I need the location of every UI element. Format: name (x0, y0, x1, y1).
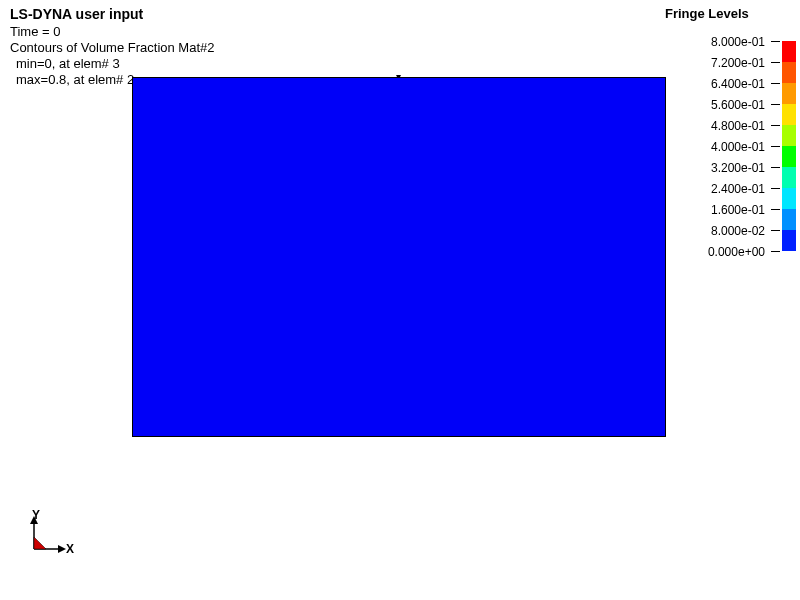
legend-row: 8.000e-02 (665, 220, 780, 241)
legend-row: 5.600e-01 (665, 94, 780, 115)
legend-tick-icon (771, 41, 780, 42)
legend-tick-icon (771, 167, 780, 168)
time-value: 0 (50, 24, 61, 39)
legend-swatch-column (782, 41, 796, 251)
legend-tick-icon (771, 209, 780, 210)
legend-tick-icon (771, 146, 780, 147)
contour-label: Contours of Volume Fraction Mat#2 (10, 40, 215, 56)
legend-swatch (782, 209, 796, 230)
legend-row: 7.200e-01 (665, 52, 780, 73)
legend-row: 1.600e-01 (665, 199, 780, 220)
legend-label: 8.000e-02 (711, 224, 771, 238)
time-line: Time = 0 (10, 24, 215, 40)
legend-row: 6.400e-01 (665, 73, 780, 94)
legend-row: 4.800e-01 (665, 115, 780, 136)
legend-row: 8.000e-01 (665, 31, 780, 52)
legend-tick-icon (771, 230, 780, 231)
legend-label: 4.800e-01 (711, 119, 771, 133)
legend-swatch (782, 167, 796, 188)
legend-tick-icon (771, 251, 780, 252)
axis-x-label: X (66, 542, 74, 556)
axis-y-label: Y (32, 508, 40, 522)
legend-label: 4.000e-01 (711, 140, 771, 154)
legend-title: Fringe Levels (665, 6, 780, 21)
legend-swatch (782, 62, 796, 83)
legend-label: 5.600e-01 (711, 98, 771, 112)
svg-marker-3 (58, 545, 66, 553)
legend-tick-icon (771, 188, 780, 189)
legend-tick-icon (771, 125, 780, 126)
plot-title: LS-DYNA user input (10, 6, 215, 24)
legend-swatch (782, 83, 796, 104)
legend-swatch (782, 125, 796, 146)
legend-tick-icon (771, 62, 780, 63)
legend-row: 0.000e+00 (665, 241, 780, 262)
contour-plot[interactable] (132, 77, 666, 437)
axis-triad[interactable]: Y X (24, 514, 84, 564)
legend-label: 3.200e-01 (711, 161, 771, 175)
legend-label: 7.200e-01 (711, 56, 771, 70)
legend-label: 1.600e-01 (711, 203, 771, 217)
legend-row: 2.400e-01 (665, 178, 780, 199)
legend-swatch (782, 146, 796, 167)
legend-tick-icon (771, 104, 780, 105)
legend-rows: 8.000e-017.200e-016.400e-015.600e-014.80… (665, 31, 780, 262)
legend-label: 6.400e-01 (711, 77, 771, 91)
legend-swatch (782, 41, 796, 62)
svg-marker-4 (34, 537, 46, 549)
legend-tick-icon (771, 83, 780, 84)
legend-swatch (782, 104, 796, 125)
legend-swatch (782, 230, 796, 251)
legend-swatch (782, 188, 796, 209)
legend-row: 4.000e-01 (665, 136, 780, 157)
legend-label: 2.400e-01 (711, 182, 771, 196)
legend-label: 0.000e+00 (708, 245, 771, 259)
legend-row: 3.200e-01 (665, 157, 780, 178)
time-label: Time = (10, 24, 50, 39)
legend-label: 8.000e-01 (711, 35, 771, 49)
fringe-legend: Fringe Levels 8.000e-017.200e-016.400e-0… (665, 6, 780, 262)
min-line: min=0, at elem# 3 (10, 56, 215, 72)
